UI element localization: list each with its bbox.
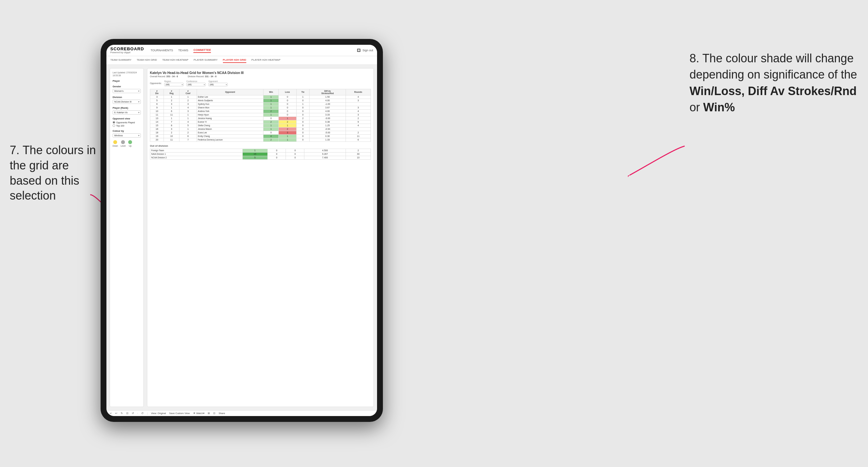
legend-up-dot	[128, 140, 132, 144]
watch-btn[interactable]: 👁 Watch▾	[193, 412, 205, 415]
filter-opponent-select[interactable]: (All)	[208, 83, 228, 86]
refresh-btn[interactable]: ↻	[121, 412, 123, 415]
col-rounds: Rounds	[346, 89, 371, 95]
nav-teams[interactable]: TEAMS	[178, 48, 188, 53]
cell-rounds: 2	[346, 117, 371, 120]
table-row: 9 1 4 Sharon Mun 1 0 0 3.67 3	[150, 106, 371, 110]
reset-btn[interactable]: ↺	[132, 412, 134, 415]
annotation-right-bold3: Win%	[703, 101, 735, 114]
left-panel: Last Updated: 27/03/2024 16:55:38 Player…	[110, 68, 144, 407]
cell-win: 0	[264, 117, 279, 120]
sub-nav: TEAM SUMMARY TEAM H2H GRID TEAM H2H HEAT…	[106, 56, 377, 65]
clock-btn[interactable]: ⏱	[141, 412, 144, 415]
out-of-division-label: Out of division	[150, 145, 371, 147]
tablet-screen: SCOREBOARD Powered by clippd TOURNAMENTS…	[106, 45, 377, 416]
filter-opponent: Opponent (All)	[208, 80, 228, 86]
overall-record: Overall Record: 353 - 34 - 6	[150, 75, 178, 77]
grid-btn[interactable]: ⊡	[126, 412, 128, 415]
dot-btn[interactable]: ·	[137, 412, 138, 415]
legend-level-label: Level	[121, 145, 126, 147]
cell-diff: -1.00	[309, 102, 346, 106]
col-div: #Div	[150, 89, 164, 95]
right-panel: Katelyn Vo Head-to-Head Grid for Women's…	[147, 68, 374, 407]
filters-row: Opponents: Region (All) Conference	[150, 80, 371, 86]
annotation-right-bold2: or	[689, 101, 700, 114]
ood-table-row: NCAA Division 2 5 0 0 7.400 10	[150, 156, 371, 159]
nav-items: TOURNAMENTS TEAMS COMMITTEE	[151, 48, 350, 53]
view-original-label: View: Original	[151, 412, 166, 415]
legend-down: Down	[113, 140, 118, 147]
cell-win: 1	[264, 99, 279, 102]
radio-opponents-played[interactable]: Opponents Played	[113, 121, 141, 124]
division-select[interactable]: NCAA Division III	[113, 100, 141, 104]
legend-down-dot	[113, 140, 117, 144]
cell-opponent: Alexis Sudjianto	[197, 99, 264, 102]
cell-conf: 7	[179, 138, 197, 142]
cell-rounds: 4	[346, 124, 371, 127]
cell-conf: 2	[179, 131, 197, 134]
cell-conf: 4	[179, 120, 197, 124]
sub-nav-team-summary[interactable]: TEAM SUMMARY	[110, 57, 131, 63]
save-custom-view-btn[interactable]: Save Custom View	[169, 412, 189, 415]
table-row: 10 6 3 Andrea York 2 0 0 4.00 4	[150, 110, 371, 113]
main-data-table: #Div #Reg #Conf Opponent Win Loss Tie Di…	[150, 89, 371, 142]
cell-div: 15	[150, 124, 164, 127]
ood-tie: 0	[286, 156, 304, 159]
cell-win: 1	[264, 127, 279, 131]
cell-diff: 4.00	[309, 99, 346, 102]
table-row: 3 1 1 Esther Lee 1 0 1 1.50 4	[150, 95, 371, 99]
cell-win: 1	[264, 102, 279, 106]
legend-level-dot	[121, 140, 125, 144]
separator-1: |	[147, 412, 148, 415]
annotation-right: 8. The colour shade will change dependin…	[689, 50, 858, 116]
redo-btn[interactable]: ↩	[115, 412, 118, 415]
ood-opponent: NCAA Division 2	[150, 156, 243, 159]
tb-grid-btn[interactable]: ⊞	[208, 412, 210, 415]
share-btn[interactable]: Share	[219, 412, 225, 415]
grid-subtitle: Overall Record: 353 - 34 - 6 Division Re…	[150, 75, 371, 77]
tb-sq-btn[interactable]: ⊡	[213, 412, 215, 415]
cell-diff: 0.30	[309, 134, 346, 138]
col-opponent: Opponent	[197, 89, 264, 95]
sub-nav-player-h2h-heatmap[interactable]: PLAYER H2H HEATMAP	[251, 57, 281, 63]
sub-nav-team-h2h-heatmap[interactable]: TEAM H2H HEATMAP	[162, 57, 188, 63]
cell-win: 1	[264, 106, 279, 110]
cell-loss: 0	[278, 99, 296, 102]
radio-top100[interactable]: Top 100	[113, 124, 141, 127]
ood-tie: 0	[286, 149, 304, 152]
table-row: 14 7 4 Eunice Yi 2 2 0 0.38 9	[150, 120, 371, 124]
cell-conf: 3	[179, 102, 197, 106]
player-rank-select[interactable]: 8. Katelyn Vo	[113, 110, 141, 115]
cell-opponent: Andrea York	[197, 110, 264, 113]
cell-reg: 2	[164, 131, 180, 134]
cell-conf: 1	[179, 95, 197, 99]
cell-div: 11	[150, 113, 164, 117]
cell-conf: 2	[179, 99, 197, 102]
cell-diff: 3.33	[309, 113, 346, 117]
sub-nav-player-h2h-grid[interactable]: PLAYER H2H GRID	[223, 57, 246, 63]
undo-btn[interactable]: ↩	[110, 412, 112, 415]
cell-win: 0	[264, 131, 279, 134]
cell-tie: 0	[296, 124, 309, 127]
colour-by-select[interactable]: Win/loss	[113, 133, 141, 137]
cell-reg: 3	[164, 127, 180, 131]
radio-label-2: Top 100	[116, 125, 124, 127]
table-row: 15 8 5 Stella Cheng 1 1 0 1.25 4	[150, 124, 371, 127]
ood-rounds: 2	[346, 149, 371, 152]
logo-sub: Powered by clippd	[110, 51, 144, 54]
nav-sign-out[interactable]: Sign out	[363, 49, 373, 52]
cell-reg: 10	[164, 134, 180, 138]
sub-nav-team-h2h-grid[interactable]: TEAM H2H GRID	[136, 57, 157, 63]
sub-nav-player-summary[interactable]: PLAYER SUMMARY	[194, 57, 218, 63]
ood-win: 5	[242, 156, 268, 159]
filter-region-select[interactable]: (All)	[164, 83, 184, 86]
cell-win: 2	[264, 138, 279, 142]
player-rank-label: Player (Rank)	[113, 106, 141, 110]
view-original-btn[interactable]: View: Original	[151, 412, 166, 415]
filter-conference-select[interactable]: (All)	[186, 83, 206, 86]
legend-down-label: Down	[113, 145, 118, 147]
cell-div: 18	[150, 131, 164, 134]
nav-committee[interactable]: COMMITTEE	[193, 48, 211, 53]
gender-select[interactable]: Women's	[113, 89, 141, 93]
nav-tournaments[interactable]: TOURNAMENTS	[151, 48, 173, 53]
